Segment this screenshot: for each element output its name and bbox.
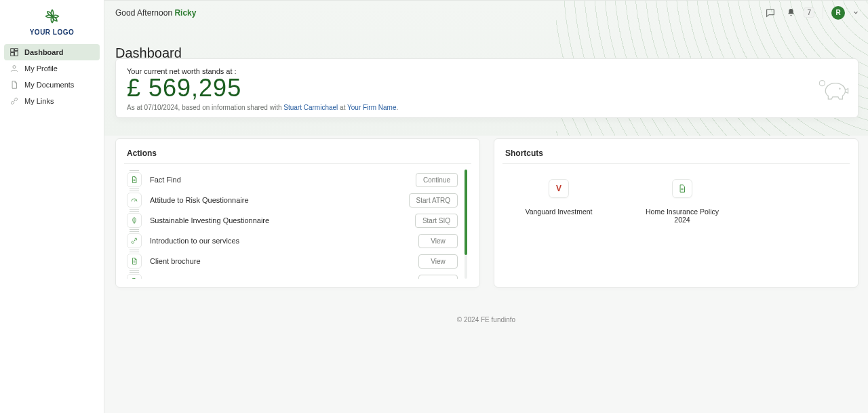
- action-button[interactable]: View: [418, 254, 458, 269]
- actions-list: Fact FindContinueAttitude to Risk Questi…: [127, 170, 469, 279]
- action-row: Attitude to Risk QuestionnaireStart ATRQ: [127, 190, 458, 210]
- chat-icon: [765, 7, 776, 18]
- chevron-down-icon[interactable]: [853, 10, 859, 16]
- sidebar: YOUR LOGO Dashboard My Profile My Do: [0, 0, 104, 413]
- svg-point-6: [839, 88, 840, 90]
- shortcuts-panel: Shortcuts VVanguard InvestmentHome Insur…: [494, 138, 859, 288]
- action-button[interactable]: View: [418, 234, 458, 248]
- piggybank-icon: [814, 75, 850, 106]
- sidebar-item-label: Dashboard: [24, 48, 63, 56]
- action-label: Introduction to our services: [150, 237, 410, 245]
- brand-logo[interactable]: YOUR LOGO: [0, 4, 104, 43]
- action-row: Fee AgreementView: [127, 271, 458, 279]
- action-row: Introduction to our servicesView: [127, 231, 458, 251]
- gauge-icon: [127, 193, 142, 208]
- actions-scroll-thumb[interactable]: [465, 170, 467, 255]
- action-button[interactable]: Continue: [416, 173, 458, 187]
- action-button[interactable]: Start ATRQ: [409, 193, 458, 208]
- svg-rect-1: [15, 49, 18, 51]
- link-icon: [127, 233, 142, 248]
- greeting: Good Afternoon Ricky: [115, 8, 196, 18]
- action-row: Sustainable Investing QuestionnaireStart…: [127, 210, 458, 231]
- greeting-name: Ricky: [174, 8, 196, 18]
- networth-card: Your current net worth stands at : £ 569…: [115, 58, 859, 118]
- svg-rect-0: [11, 49, 14, 52]
- networth-meta-mid: at: [338, 104, 347, 111]
- action-label: Sustainable Investing Questionnaire: [150, 216, 407, 224]
- shortcut-card-icon: [672, 179, 692, 198]
- notifications-button[interactable]: [785, 7, 797, 19]
- sidebar-item-label: My Links: [24, 97, 54, 105]
- shortcut-label: Home Insurance Policy 2024: [645, 208, 719, 224]
- action-label: Fee Agreement: [150, 277, 410, 279]
- logo-text: YOUR LOGO: [30, 28, 75, 36]
- footer: © 2024 FE fundinfo: [104, 316, 868, 323]
- sidebar-nav: Dashboard My Profile My Documents My Lin…: [0, 43, 104, 111]
- svg-rect-2: [15, 52, 18, 56]
- sidebar-item-documents[interactable]: My Documents: [4, 77, 100, 93]
- networth-meta-suffix: .: [396, 104, 398, 111]
- action-label: Attitude to Risk Questionnaire: [150, 196, 401, 204]
- profile-icon: [9, 64, 19, 73]
- actions-panel: Actions Fact FindContinueAttitude to Ris…: [115, 138, 480, 288]
- shortcut-card-icon: V: [549, 179, 569, 198]
- shortcuts-panel-title: Shortcuts: [505, 149, 847, 158]
- action-label: Client brochure: [150, 257, 410, 265]
- topbar-divider: [823, 7, 823, 19]
- firm-link[interactable]: Your Firm Name: [347, 104, 396, 111]
- adviser-link[interactable]: Stuart Carmichael: [283, 104, 338, 111]
- sidebar-item-label: My Profile: [24, 64, 58, 73]
- panel-divider: [124, 163, 471, 164]
- action-button[interactable]: Start SIQ: [415, 214, 458, 228]
- topbar: Good Afternoon Ricky 7 R: [104, 0, 868, 24]
- notifications-badge: 7: [804, 7, 814, 18]
- sidebar-item-links[interactable]: My Links: [4, 93, 100, 109]
- action-button[interactable]: View: [418, 275, 458, 279]
- networth-meta-prefix: As at 07/10/2024, based on information s…: [127, 104, 283, 111]
- messages-button[interactable]: [764, 7, 776, 19]
- svg-rect-3: [11, 53, 14, 56]
- sidebar-item-profile[interactable]: My Profile: [4, 60, 100, 77]
- dashboard-icon: [9, 47, 19, 57]
- sidebar-item-dashboard[interactable]: Dashboard: [4, 44, 100, 60]
- greeting-prefix: Good Afternoon: [115, 8, 174, 18]
- action-label: Fact Find: [150, 176, 408, 184]
- doc-icon: [127, 274, 142, 279]
- svg-point-5: [819, 81, 825, 86]
- link-icon: [9, 96, 19, 106]
- topbar-right: 7 R: [764, 6, 859, 20]
- networth-value: £ 569,295: [127, 74, 847, 102]
- logo-flower-icon: [43, 7, 62, 26]
- shortcuts-grid: VVanguard InvestmentHome Insurance Polic…: [505, 170, 847, 224]
- shortcut-label: Vanguard Investment: [525, 208, 592, 216]
- shortcut-item[interactable]: VVanguard Investment: [521, 179, 596, 224]
- svg-point-4: [13, 66, 16, 68]
- doc-icon: [127, 254, 142, 269]
- action-row: Fact FindContinue: [127, 170, 458, 190]
- sidebar-item-label: My Documents: [24, 81, 74, 89]
- shortcut-item[interactable]: Home Insurance Policy 2024: [645, 179, 719, 224]
- panels-row: Actions Fact FindContinueAttitude to Ris…: [115, 138, 859, 288]
- bell-icon: [786, 7, 796, 18]
- panel-divider: [502, 163, 850, 164]
- doc-icon: [127, 172, 142, 187]
- action-row: Client brochureView: [127, 251, 458, 271]
- document-icon: [9, 80, 19, 90]
- networth-meta: As at 07/10/2024, based on information s…: [127, 104, 847, 111]
- leaf-icon: [127, 213, 142, 228]
- avatar[interactable]: R: [831, 6, 845, 20]
- actions-panel-title: Actions: [127, 149, 469, 158]
